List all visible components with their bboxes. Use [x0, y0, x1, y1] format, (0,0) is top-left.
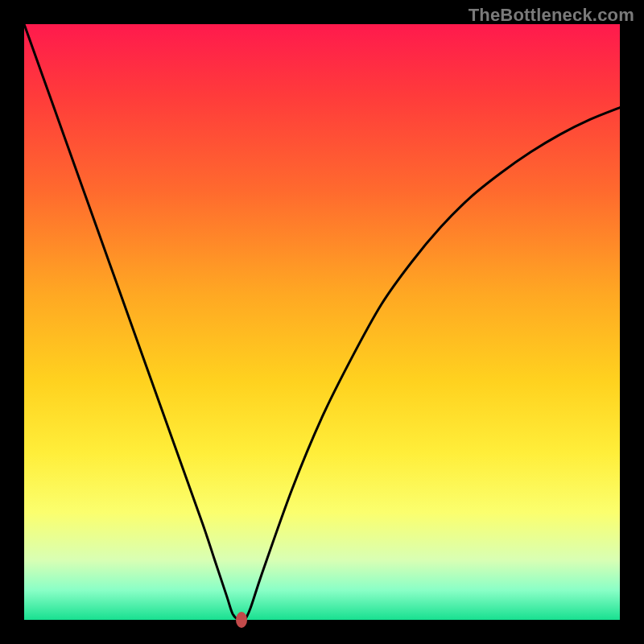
bottleneck-curve-path	[24, 24, 620, 620]
chart-frame: TheBottleneck.com	[0, 0, 644, 644]
curve-svg	[24, 24, 620, 620]
plot-area	[24, 24, 620, 620]
optimal-point-marker	[236, 612, 247, 628]
watermark-text: TheBottleneck.com	[469, 5, 634, 26]
